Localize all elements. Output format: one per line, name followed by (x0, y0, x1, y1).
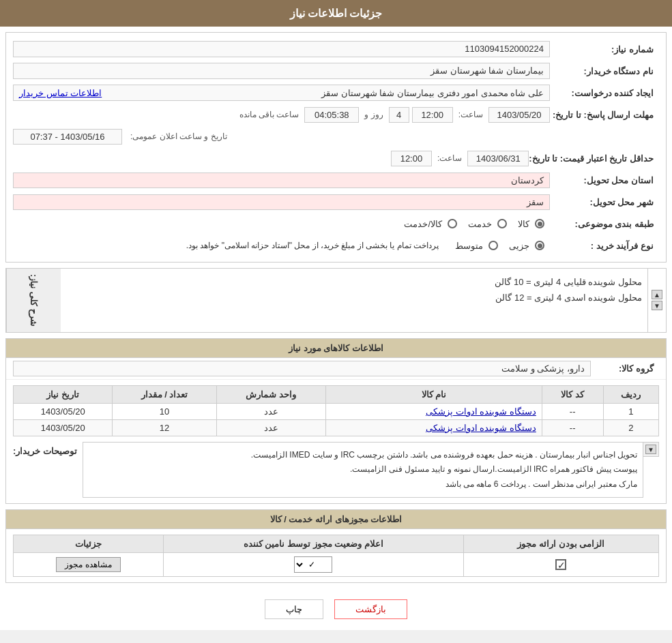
cell-radif: 2 (603, 419, 658, 436)
mohlat-saat-value: 12:00 (412, 107, 453, 123)
mohlat-date-row: 1403/05/20 ساعت: 12:00 4 روز و 04:05:38 … (13, 107, 550, 123)
shomara-niaz-row: شماره نیاز: 1103094152000224 (13, 40, 659, 59)
hadag-saat-value: 12:00 (391, 151, 432, 166)
cell-nam[interactable]: دستگاه شوینده ادوات پزشکی (326, 403, 542, 419)
cell-nam[interactable]: دستگاه شوینده ادوات پزشکی (326, 419, 542, 436)
goroh-value: دارو، پزشکی و سلامت (13, 361, 591, 376)
kala-link[interactable]: دستگاه شوینده ادوات پزشکی (426, 406, 536, 417)
page-title: جزئیات اطلاعات نیاز (290, 8, 383, 19)
col-radif: ردیف (603, 385, 658, 403)
tabaqe-kala-khadamat-item[interactable]: کالا/خدمت (404, 219, 457, 229)
tabaqe-kala-label: کالا (518, 219, 529, 229)
goroh-label: گروه کالا: (591, 363, 659, 374)
kala-section: اطلاعات کالاهای مورد نیاز گروه کالا: دار… (5, 338, 667, 505)
cell-radif: 1 (603, 403, 658, 419)
noue-jozi-label: جزیی (509, 241, 529, 251)
kala-table: ردیف کد کالا نام کالا واحد شمارش تعداد /… (13, 385, 659, 436)
mojoz-header-row: الزامی بودن ارائه مجوز اعلام وضعیت مجوز … (14, 535, 659, 553)
tabaqe-row: طبقه بندی موضوعی: کالا خدمت کالا/ (13, 214, 659, 233)
cell-tarikh: 1403/05/20 (14, 403, 113, 419)
ij-konanda-text: علی شاه محمدی امور دفتری بیمارستان شفا ش… (321, 88, 544, 98)
tabaqe-khadamat-radio-icon (497, 219, 507, 228)
tosih-label: توصیحات خریدار: (13, 442, 83, 456)
mohlat-saat-label: ساعت: (456, 110, 486, 119)
tosih-line1: تحویل اجناس انبار بیمارستان . هزینه حمل … (89, 448, 637, 463)
page-header: جزئیات اطلاعات نیاز (0, 0, 672, 27)
sharh-line1: محلول شوینده قلیایی 4 لیتری = 10 گالن (66, 274, 642, 290)
ostan-row: استان محل تحویل: کردستان (13, 170, 659, 190)
mojoz-section: اطلاعات مجوزهای ارائه خدمت / کالا الزامی… (5, 509, 667, 583)
mojoz-ealam-cell[interactable]: ✓ (164, 553, 463, 577)
mojoz-table: الزامی بودن ارائه مجوز اعلام وضعیت مجوز … (13, 535, 659, 577)
noue-group: جزیی متوسط پرداخت تمام یا بخشی از مبلغ خ… (13, 239, 550, 253)
mohlat-date-value: 1403/05/20 (488, 107, 550, 123)
noue-jozi-radio-icon (535, 241, 544, 250)
sharh-content: ▲ ▼ محلول شوینده قلیایی 4 لیتری = 10 گال… (6, 269, 666, 332)
mojoz-checkbox[interactable]: ✓ (555, 559, 566, 570)
tabaqe-label: طبقه بندی موضوعی: (550, 219, 659, 229)
mojoz-header: اطلاعات مجوزهای ارائه خدمت / کالا (6, 510, 666, 529)
tosih-box: تحویل اجناس انبار بیمارستان . هزینه حمل … (83, 442, 643, 498)
name-dastgah-label: نام دستگاه خریدار: (550, 66, 659, 76)
tosih-scrollbar[interactable]: ▼ (643, 442, 659, 457)
noue-jozi-item[interactable]: جزیی (509, 241, 544, 251)
mojoz-joziat-cell: مشاهده مجوز (14, 553, 164, 577)
ij-konanda-value: علی شاه محمدی امور دفتری بیمارستان شفا ش… (13, 85, 550, 101)
ij-konanda-label: ایجاد کننده درخواست: (550, 88, 659, 98)
noue-desc: پرداخت تمام یا بخشی از مبلغ خرید، از محل… (186, 241, 439, 250)
mojoz-view-button[interactable]: مشاهده مجوز (56, 557, 120, 572)
kala-table-header-row: ردیف کد کالا نام کالا واحد شمارش تعداد /… (14, 385, 659, 403)
cell-kod: -- (542, 419, 603, 436)
mojoz-checkbox-wrapper: ✓ (469, 559, 654, 570)
scroll-down-btn[interactable]: ▼ (652, 301, 662, 310)
col-nam: نام کالا (326, 385, 542, 403)
goroh-row: گروه کالا: دارو، پزشکی و سلامت (6, 358, 666, 380)
sharh-section: ▲ ▼ محلول شوینده قلیایی 4 لیتری = 10 گال… (5, 268, 667, 333)
mojoz-dropdown[interactable]: ✓ (294, 556, 332, 573)
mohlat-roz-label: روز و (362, 110, 385, 119)
mojoz-row: ✓ ✓ مشاهده مجوز (14, 553, 659, 577)
hadag-date-row: 1403/06/31 ساعت: 12:00 (13, 151, 529, 166)
col-tarikh: تاریخ نیاز (14, 385, 113, 403)
tabaqe-kala-item[interactable]: کالا (518, 219, 544, 229)
col-ealam: اعلام وضعیت مجوز توسط نامین کننده (164, 535, 463, 553)
ij-konanda-link[interactable]: اطلاعات تماس خریدار (19, 88, 102, 98)
cell-tedad: 12 (113, 419, 216, 436)
tosih-section: ▼ تحویل اجناس انبار بیمارستان . هزینه حم… (13, 442, 659, 498)
cell-vahad: عدد (216, 419, 326, 436)
noue-motovaset-item[interactable]: متوسط (455, 241, 498, 251)
shomara-niaz-label: شماره نیاز: (550, 44, 659, 55)
action-buttons: بازگشت چاپ (0, 588, 672, 630)
cell-kod: -- (542, 403, 603, 419)
tabaqe-kala-khadamat-label: کالا/خدمت (404, 219, 442, 229)
kala-link[interactable]: دستگاه شوینده ادوات پزشکی (426, 423, 536, 433)
table-row: 2 -- دستگاه شوینده ادوات پزشکی عدد 12 14… (14, 419, 659, 436)
tabaqe-kk-radio-icon (448, 219, 457, 228)
cell-tedad: 10 (113, 403, 216, 419)
tarikh-value: 1403/05/16 - 07:37 (13, 129, 122, 145)
cell-tarikh: 1403/05/20 (14, 419, 113, 436)
sharh-scrollbar[interactable]: ▲ ▼ (647, 269, 666, 332)
col-tedad: تعداد / مقدار (113, 385, 216, 403)
bazgasht-button[interactable]: بازگشت (334, 599, 407, 619)
mohlat-label: مهلت ارسال پاسخ: تا تاریخ: (550, 110, 659, 120)
col-vahad: واحد شمارش (216, 385, 326, 403)
chap-button[interactable]: چاپ (265, 599, 323, 619)
scroll-up-btn[interactable]: ▲ (652, 290, 662, 299)
tabaqe-group: کالا خدمت کالا/خدمت (398, 217, 550, 231)
shomara-niaz-value: 1103094152000224 (13, 41, 550, 57)
col-kod: کد کالا (542, 385, 603, 403)
mohlat-roz-value: 4 (389, 107, 409, 123)
ostan-label: استان محل تحویل: (550, 175, 659, 185)
tosih-line3: مارک معتبر ایرانی مدنظر است . پرداخت 6 م… (89, 477, 637, 492)
noue-label: نوع فرآیند خرید : (550, 241, 659, 251)
hadag-saat-label: ساعت: (435, 153, 465, 163)
table-row: 1 -- دستگاه شوینده ادوات پزشکی عدد 10 14… (14, 403, 659, 419)
mojoz-elzami-cell: ✓ (463, 553, 659, 577)
tabaqe-khadamat-label: خدمت (468, 219, 492, 229)
tabaqe-khadamat-item[interactable]: خدمت (468, 219, 507, 229)
tosih-scroll-down-btn[interactable]: ▼ (645, 445, 656, 454)
hadag-date-value: 1403/06/31 (467, 151, 529, 166)
noue-motovaset-radio-icon (488, 241, 498, 250)
tabaqe-kala-radio-icon (535, 219, 544, 228)
